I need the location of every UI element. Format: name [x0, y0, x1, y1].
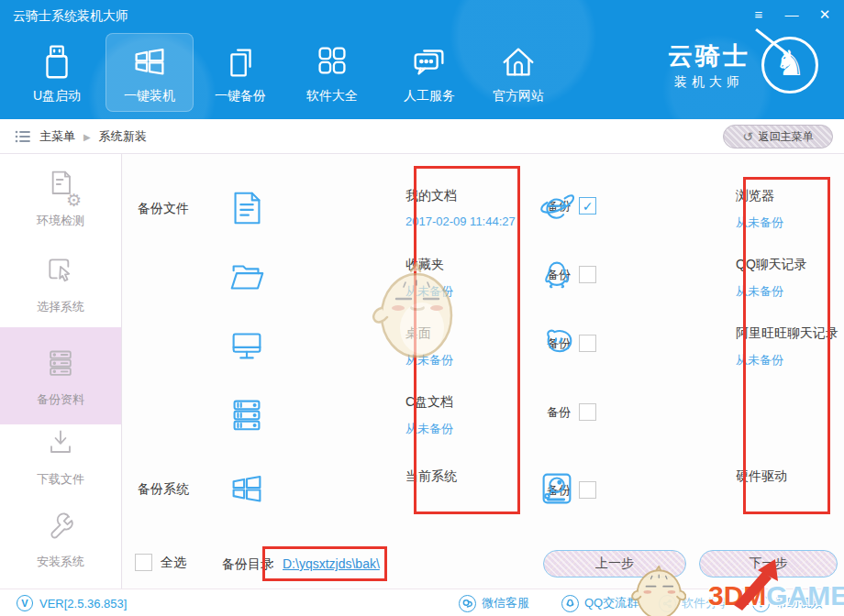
item-title: 阿里旺旺聊天记录: [736, 325, 838, 342]
back-button-label: 返回主菜单: [759, 129, 814, 145]
item-subtitle: 从未备份: [405, 421, 453, 437]
item-title: 收藏夹: [405, 257, 444, 273]
sidebar-item-label: 下载文件: [37, 471, 84, 488]
backup-row-browser: 浏览器 从未备份 备份: [536, 186, 844, 232]
backup-badge: 备份: [547, 403, 596, 421]
version-info: V VER[2.5.36.853]: [17, 589, 127, 616]
backup-dir-link[interactable]: D:\yqsxtzjds\bak\: [283, 556, 380, 571]
breadcrumb-root[interactable]: 主菜单: [39, 128, 75, 145]
windows-icon: [128, 40, 171, 82]
version-text: VER[2.5.36.853]: [39, 597, 127, 610]
wechat-support-link[interactable]: 微信客服: [459, 589, 529, 616]
download-icon: [42, 424, 79, 465]
item-title: QQ聊天记录: [736, 257, 807, 273]
wangwang-bubble-icon: [536, 324, 578, 367]
nav-label: 人工服务: [404, 88, 455, 104]
hard-drive-icon: [536, 468, 578, 510]
share-icon: [659, 595, 676, 612]
env-check-icon: ⚙: [42, 166, 79, 206]
gear-icon: ⚙: [66, 190, 82, 211]
sidebar-item-env-check[interactable]: ⚙ 环境检测: [0, 155, 121, 239]
nav-label: 官方网站: [493, 88, 544, 104]
lance-line: [755, 28, 788, 55]
server-stack-icon: [42, 345, 79, 385]
chat-bubbles-icon: [408, 40, 450, 82]
back-arrow-icon: ↺: [742, 130, 753, 143]
bottom-controls: 全选 备份目录 ： D:\yqsxtzjds\bak\ 上一步 下一步: [123, 544, 844, 588]
nav-item-official-site[interactable]: 官方网站: [474, 33, 562, 112]
close-icon[interactable]: ✕: [815, 6, 835, 24]
item-subtitle: 从未备份: [405, 352, 453, 368]
nav-item-usb-boot[interactable]: U盘启动: [13, 33, 101, 112]
select-all-checkbox[interactable]: [135, 554, 152, 571]
item-subtitle: 从未备份: [736, 214, 783, 231]
sidebar-item-label: 选择系统: [37, 299, 84, 315]
item-subtitle: 2017-02-09 11:44:27: [405, 214, 516, 228]
sidebar-item-label: 安装系统: [37, 554, 84, 570]
sidebar-item-label: 环境检测: [37, 213, 84, 229]
annotation-redbox-backup-dir: ： D:\yqsxtzjds\bak\: [262, 546, 387, 581]
sidebar-item-select-system[interactable]: 选择系统: [0, 241, 121, 325]
menu-icon[interactable]: ≡: [749, 6, 769, 24]
nav-item-software-center[interactable]: 软件大全: [288, 33, 376, 112]
nav-item-one-key-install[interactable]: 一键装机: [106, 33, 194, 112]
backup-panel: 备份文件 备份系统 我的文档 2017-02-09 11:44:27 备份 ✓ …: [123, 154, 844, 588]
breadcrumb-bar: 主菜单 ▶ 系统新装 ↺ 返回主菜单: [0, 119, 844, 154]
app-window: 云骑士系统装机大师 ≡ — ✕ U盘启动 一键装机: [0, 0, 844, 616]
item-title: 硬件驱动: [736, 468, 787, 485]
item-subtitle: 从未备份: [736, 283, 783, 300]
item-title: 浏览器: [736, 188, 774, 204]
list-icon: [15, 129, 31, 144]
group-label-backup-files: 备份文件: [138, 201, 189, 217]
breadcrumb: 主菜单 ▶ 系统新装: [15, 119, 147, 154]
sidebar-item-label: 备份资料: [37, 391, 84, 408]
minimize-icon[interactable]: —: [782, 6, 802, 24]
wrench-icon: [42, 507, 79, 547]
backup-row-wangwang-chat: 阿里旺旺聊天记录 从未备份 备份: [536, 324, 844, 369]
help-video-link[interactable]: 帮助视频: [752, 589, 823, 616]
next-step-button[interactable]: 下一步: [699, 550, 838, 578]
item-subtitle: 从未备份: [405, 283, 453, 300]
usb-drive-icon: [36, 40, 78, 82]
return-main-menu-button[interactable]: ↺ 返回主菜单: [723, 125, 833, 148]
qq-icon: [561, 595, 579, 612]
sidebar-item-download-files[interactable]: 下载文件: [0, 413, 121, 498]
chevron-right-icon: ▶: [83, 132, 91, 142]
select-all-label: 全选: [161, 555, 186, 571]
brand-logo: 云骑士 装机大师 ♞: [668, 37, 818, 94]
qq-group-link[interactable]: QQ交流群: [561, 589, 639, 616]
item-title: 当前系统: [405, 468, 457, 485]
sidebar-item-install-system[interactable]: 安装系统: [0, 496, 121, 580]
logo-text-line2: 装机大师: [668, 74, 750, 91]
drive-stack-icon: [226, 393, 268, 435]
nav-label: 一键备份: [215, 88, 266, 104]
backup-row-qq-chat: QQ聊天记录 从未备份 备份: [536, 255, 844, 301]
item-subtitle: 从未备份: [736, 352, 783, 368]
nav-label: 一键装机: [124, 88, 175, 104]
item-title: C盘文档: [405, 394, 453, 411]
version-icon: V: [17, 595, 33, 611]
status-bar: V VER[2.5.36.853] 微信客服 QQ交流群 软件分享 帮助视频: [0, 588, 844, 616]
prev-step-button[interactable]: 上一步: [543, 550, 686, 578]
sidebar-item-backup-data[interactable]: 备份资料: [0, 327, 121, 424]
document-icon: [226, 187, 268, 229]
window-controls: ≡ — ✕: [749, 6, 835, 24]
nav-item-one-key-backup[interactable]: 一键备份: [196, 33, 284, 112]
knight-emblem-icon: ♞: [761, 37, 818, 94]
main-nav: U盘启动 一键装机 一键备份 软件大全: [0, 33, 642, 116]
nav-item-support[interactable]: 人工服务: [385, 33, 473, 112]
monitor-icon: [226, 324, 268, 367]
copy-icon: [219, 40, 261, 82]
app-grid-icon: [311, 40, 353, 82]
header: 云骑士系统装机大师 ≡ — ✕ U盘启动 一键装机: [0, 0, 844, 119]
nav-label: U盘启动: [33, 88, 81, 104]
nav-label: 软件大全: [306, 88, 358, 104]
backup-checkbox[interactable]: [579, 403, 596, 421]
windows-system-icon: [226, 468, 268, 510]
home-icon: [497, 40, 539, 82]
software-share-link[interactable]: 软件分享: [659, 589, 729, 616]
logo-text-line1: 云骑士: [668, 39, 750, 72]
folder-icon: [226, 256, 268, 298]
backup-row-c-drive-docs: C盘文档 从未备份 备份: [226, 392, 629, 438]
item-title: 桌面: [405, 325, 431, 342]
